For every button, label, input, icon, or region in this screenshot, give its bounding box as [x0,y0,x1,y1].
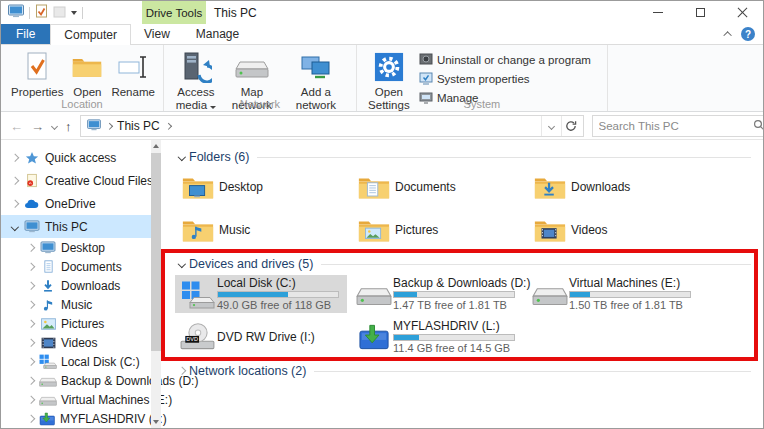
hdd-windows-icon [179,277,217,311]
drive-name: Backup & Downloads (D:) [393,277,519,290]
sidebar-item-music[interactable]: Music [1,295,161,314]
expand-chevron-icon[interactable] [25,302,37,308]
collapse-chevron-icon[interactable] [9,224,21,230]
search-box[interactable] [592,115,764,137]
sidebar-scrollbar[interactable] [151,140,161,428]
properties-quick-icon[interactable] [35,4,48,21]
expand-chevron-icon[interactable] [9,178,21,184]
expand-chevron-icon[interactable] [25,416,37,422]
collapse-ribbon-icon[interactable] [723,31,731,39]
help-icon[interactable] [741,27,755,41]
folder-tile-downloads[interactable]: Downloads [527,168,699,206]
drive-usage-bar [569,291,691,298]
breadcrumb-this-pc[interactable]: This PC [117,119,160,133]
music-icon [39,298,57,312]
system-properties-button[interactable]: System properties [419,71,591,87]
search-input[interactable] [599,120,753,132]
sidebar-item-label: Creative Cloud Files [45,174,153,188]
sidebar-item-quick-access[interactable]: Quick access [1,146,161,169]
breadcrumb-chevron-icon[interactable] [106,123,112,129]
rename-button[interactable]: Rename [107,48,158,101]
refresh-icon[interactable] [561,116,581,136]
drive-tile-backup-downloads-d[interactable]: Backup & Downloads (D:)1.47 TB free of 1… [351,275,523,313]
expand-chevron-icon[interactable] [25,340,37,346]
address-row: ← → ↑ This PC [1,113,763,140]
hdd-icon [355,277,393,311]
expand-chevron-icon[interactable] [9,201,21,207]
tab-view[interactable]: View [131,24,183,44]
collapse-chevron-icon[interactable] [175,154,189,160]
collapse-chevron-icon[interactable] [175,261,189,267]
uninstall-program-button[interactable]: Uninstall or change a program [419,52,591,68]
expand-chevron-icon[interactable] [25,283,37,289]
sidebar-item-videos[interactable]: Videos [1,333,161,352]
toolbar-separator [29,7,30,19]
drive-tile-virtual-machines-e[interactable]: Virtual Machines (E:)1.50 TB free of 1.8… [527,275,699,313]
scrollbar-thumb[interactable] [151,153,161,351]
sidebar-item-backup-downloads-d[interactable]: Backup & Downloads (D:) [1,371,161,390]
expand-chevron-icon[interactable] [25,359,37,365]
sidebar-item-this-pc[interactable]: This PC [1,215,161,238]
scroll-up-icon[interactable] [151,140,161,152]
close-button[interactable] [721,1,763,24]
folder-name: Music [219,223,250,237]
address-bar[interactable]: This PC [80,115,584,137]
scroll-down-icon[interactable] [151,416,161,428]
tab-file[interactable]: File [1,24,50,44]
maximize-button[interactable] [679,1,721,24]
expand-chevron-icon[interactable] [25,245,37,251]
forward-button[interactable]: → [31,119,44,134]
sidebar-item-virtual-machines-e[interactable]: Virtual Machines (E:) [1,390,161,409]
up-button[interactable]: ↑ [65,119,72,134]
file-explorer-window: Drive Tools This PC File Computer View M… [0,0,764,429]
expand-chevron-icon[interactable] [25,264,37,270]
hdd-icon [39,393,57,407]
drive-tile-local-disk-c[interactable]: Local Disk (C:)49.0 GB free of 118 GB [175,275,347,313]
tab-computer[interactable]: Computer [50,24,131,45]
drive-free-space: 1.50 TB free of 1.81 TB [569,299,691,311]
customize-toolbar-icon[interactable] [71,11,77,15]
ribbon-group-network: Access media Map network drive Add a net… [164,45,357,111]
folder-tile-documents[interactable]: Documents [351,168,523,206]
minimize-button[interactable] [637,1,679,24]
new-folder-quick-icon[interactable] [53,5,66,21]
drive-tile-myflashdriv-l[interactable]: MYFLASHDRIV (L:)11.4 GB free of 14.5 GB [351,318,523,356]
sidebar-item-myflashdriv-l[interactable]: MYFLASHDRIV (L:) [1,409,161,428]
star-icon [23,151,41,165]
breadcrumb-chevron-icon[interactable] [165,123,171,129]
search-icon[interactable] [753,119,764,134]
expand-chevron-icon[interactable] [25,321,37,327]
folder-tile-pictures[interactable]: Pictures [351,211,523,249]
sidebar-item-creative-cloud-files[interactable]: Creative Cloud Files [1,169,161,192]
sidebar-item-onedrive[interactable]: OneDrive [1,192,161,215]
sidebar-item-downloads[interactable]: Downloads [1,276,161,295]
monitor-icon [39,241,57,254]
folder-downloads-icon [531,173,569,202]
tab-manage[interactable]: Manage [183,24,252,44]
sidebar-item-local-disk-c[interactable]: Local Disk (C:) [1,352,161,371]
properties-icon [22,50,52,84]
sidebar-item-documents[interactable]: Documents [1,257,161,276]
expand-chevron-icon[interactable] [175,368,189,374]
sidebar-item-desktop[interactable]: Desktop [1,238,161,257]
open-button[interactable]: Open [67,48,107,101]
sidebar-item-pictures[interactable]: Pictures [1,314,161,333]
back-button[interactable]: ← [10,119,23,134]
properties-button[interactable]: Properties [7,48,67,101]
expand-chevron-icon[interactable] [9,155,21,161]
expand-chevron-icon[interactable] [25,397,37,403]
expand-chevron-icon[interactable] [25,378,37,384]
section-header-network-locations[interactable]: Network locations (2) [175,362,755,380]
recent-locations-icon[interactable] [51,122,58,129]
folder-tile-desktop[interactable]: Desktop [175,168,347,206]
folder-tile-videos[interactable]: Videos [527,211,699,249]
section-header-folders[interactable]: Folders (6) [175,148,755,166]
drive-tile-dvd-rw-drive-i[interactable]: DVDDVD RW Drive (I:) [175,318,347,356]
hdd-icon [39,374,57,388]
address-dropdown-icon[interactable] [541,116,561,136]
creative-cloud-icon [23,173,41,188]
folder-tile-music[interactable]: Music [175,211,347,249]
section-header-devices-and-drives[interactable]: Devices and drives (5) [175,255,755,273]
folders-grid: DesktopDocumentsDownloadsMusicPicturesVi… [175,168,755,249]
window-title: This PC [214,1,257,24]
